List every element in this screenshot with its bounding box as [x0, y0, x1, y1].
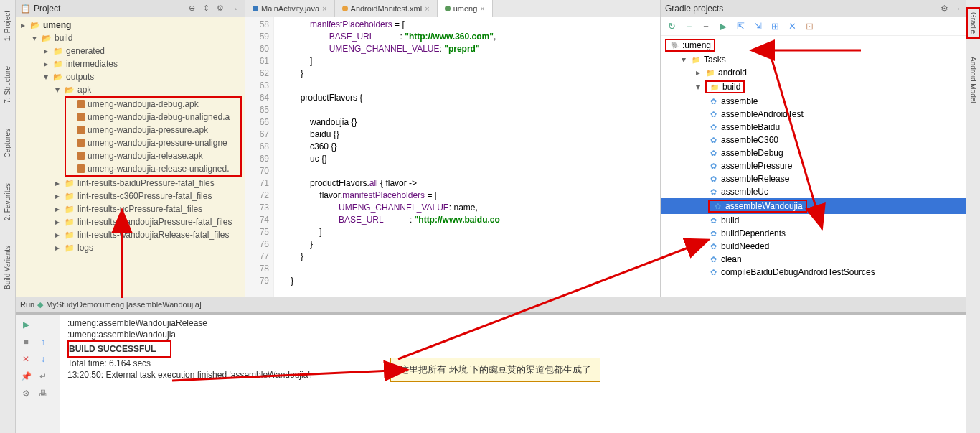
tree-root[interactable]: ▸umeng: [16, 19, 245, 32]
gradle-root[interactable]: :umeng: [661, 37, 718, 53]
target-icon[interactable]: ⊕: [186, 3, 197, 14]
gradle-tree[interactable]: :umeng ▾Tasks ▸android ▾build assembleas…: [661, 36, 966, 297]
tab-mainactivity[interactable]: MainActivity.java×: [245, 0, 335, 17]
tab-project-side[interactable]: 1: Project: [2, 7, 13, 45]
close-icon[interactable]: ×: [322, 4, 326, 13]
settings-icon[interactable]: ⊡: [803, 20, 816, 33]
gradle-category-android[interactable]: ▸android: [661, 66, 966, 79]
apk-file[interactable]: umeng-wandoujia-debug.apk: [66, 98, 240, 111]
editor-body[interactable]: 5859606162636465666768697071727374757677…: [245, 17, 660, 297]
refresh-icon[interactable]: ↻: [665, 20, 678, 33]
console-output[interactable]: :umeng:assembleWandoujiaRelease :umeng:a…: [60, 315, 966, 433]
gradle-task-assembleAndroidTest[interactable]: assembleAndroidTest: [661, 108, 966, 121]
lint-dir[interactable]: ▸lint-results-baiduPressure-fatal_files: [16, 177, 245, 190]
gutter[interactable]: 5859606162636465666768697071727374757677…: [245, 17, 274, 297]
build-success: BUILD SUCCESSFUL: [67, 340, 171, 358]
run-title-bar: Run ◆ MyStudyDemo:umeng [assembleWandouj…: [16, 297, 966, 312]
tab-android-model-side[interactable]: Android Model: [968, 53, 979, 106]
tab-manifest[interactable]: AndroidManifest.xml×: [335, 0, 438, 17]
gradle-tasks-group[interactable]: ▾Tasks: [661, 53, 966, 66]
gear-icon[interactable]: ⚙: [215, 3, 226, 14]
gradle-category-build[interactable]: ▾build: [661, 79, 966, 95]
gradle-title: Gradle projects: [665, 4, 941, 14]
gear-icon: [708, 161, 718, 171]
expand-icon[interactable]: ⇱: [734, 20, 747, 33]
tree-outputs[interactable]: ▾outputs: [16, 70, 245, 83]
close-icon[interactable]: ×: [480, 4, 484, 13]
gradle-task-assemblePressure[interactable]: assemblePressure: [661, 159, 966, 172]
down-icon[interactable]: ↓: [36, 352, 50, 366]
print-icon[interactable]: 🖶: [36, 386, 50, 401]
lint-dir[interactable]: ▸lint-results-wandoujiaRelease-fatal_fil…: [16, 228, 245, 241]
gradle-task-assembleDebug[interactable]: assembleDebug: [661, 146, 966, 159]
tree-apk[interactable]: ▾apk: [16, 83, 245, 96]
gradle-task-assembleWandoujia[interactable]: assembleWandoujia: [661, 198, 966, 214]
apk-file[interactable]: umeng-wandoujia-pressure.apk: [66, 124, 240, 136]
run-tool-window: ▶ ■↑ ✕↓ 📌↵ ⚙🖶 :umeng:assembleWandoujiaRe…: [16, 312, 966, 433]
folder-icon: [65, 191, 75, 201]
cog-icon[interactable]: ⊞: [768, 20, 781, 33]
gear-icon: [708, 122, 718, 132]
gradle-task-assembleRelease[interactable]: assembleRelease: [661, 172, 966, 185]
editor-area: MainActivity.java× AndroidManifest.xml× …: [245, 0, 660, 297]
elephant-icon: [669, 40, 679, 50]
apk-file[interactable]: umeng-wandoujia-release-unaligned.: [66, 162, 240, 175]
tab-gradle-side[interactable]: Gradle: [966, 7, 980, 39]
gradle-icon: [445, 6, 451, 11]
gradle-task-assembleBaidu[interactable]: assembleBaidu: [661, 121, 966, 134]
apk-file[interactable]: umeng-wandoujia-pressure-unaligne: [66, 136, 240, 149]
console-line: :umeng:assembleWandoujia: [67, 329, 958, 340]
gradle-task-buildDependents[interactable]: buildDependents: [661, 227, 966, 240]
rerun-icon[interactable]: ▶: [19, 317, 33, 332]
tab-favorites-side[interactable]: 2: Favorites: [2, 180, 13, 224]
tab-umeng[interactable]: umeng×: [438, 0, 493, 17]
close-icon[interactable]: ×: [425, 4, 429, 13]
apk-file[interactable]: umeng-wandoujia-release.apk: [66, 149, 240, 162]
gear-icon: [708, 267, 718, 277]
apk-file[interactable]: umeng-wandoujia-debug-unaligned.a: [66, 111, 240, 124]
tree-build[interactable]: ▾build: [16, 32, 245, 45]
close-icon[interactable]: ✕: [19, 352, 33, 366]
run-icon[interactable]: ▶: [717, 20, 730, 33]
wrap-icon[interactable]: ↵: [36, 369, 50, 383]
stop-icon[interactable]: ■: [19, 335, 33, 349]
hide-icon[interactable]: →: [953, 4, 961, 14]
gradle-task-assembleC360[interactable]: assembleC360: [661, 134, 966, 146]
pin-icon[interactable]: 📌: [19, 369, 33, 383]
gradle-task-compileBaiduDebugAndroidTestSources[interactable]: compileBaiduDebugAndroidTestSources: [661, 266, 966, 279]
tree-intermediates[interactable]: ▸intermediates: [16, 57, 245, 70]
apk-icon: [77, 113, 85, 121]
folder-icon: [53, 59, 63, 69]
collapse-icon[interactable]: ⇲: [751, 20, 764, 33]
tab-captures-side[interactable]: Captures: [2, 125, 13, 162]
tab-structure-side[interactable]: 7: Structure: [2, 62, 13, 107]
folder-icon: [65, 230, 75, 240]
gradle-task-clean[interactable]: clean: [661, 253, 966, 266]
collapse-icon[interactable]: ⇕: [200, 3, 212, 14]
attach-icon[interactable]: ＋: [682, 20, 695, 33]
tree-generated[interactable]: ▸generated: [16, 45, 245, 57]
folder-icon: [65, 204, 75, 214]
code-area[interactable]: manifestPlaceholders = [ BASE_URL : "htt…: [274, 17, 660, 297]
folder-icon: [53, 46, 63, 56]
apk-icon: [77, 139, 85, 147]
lint-dir[interactable]: ▸lint-results-c360Pressure-fatal_files: [16, 190, 245, 202]
lint-dir[interactable]: ▸lint-results-wandoujiaPressure-fatal_fi…: [16, 215, 245, 228]
gradle-task-buildNeeded[interactable]: buildNeeded: [661, 240, 966, 253]
detach-icon[interactable]: −: [699, 20, 712, 33]
annotation-callout: 这里把所有 环境 下的豌豆荚的渠道包都生成了: [390, 358, 600, 382]
gradle-task-assembleUc[interactable]: assembleUc: [661, 185, 966, 198]
tree-logs[interactable]: ▸logs: [16, 241, 245, 254]
gear-icon: [708, 135, 718, 145]
gradle-task-build[interactable]: build: [661, 214, 966, 227]
up-icon[interactable]: ↑: [36, 335, 50, 349]
hide-icon[interactable]: →: [229, 3, 240, 14]
settings-icon[interactable]: ⚙: [19, 386, 33, 401]
tab-build-variants-side[interactable]: Build Variants: [2, 242, 13, 293]
apk-icon: [77, 164, 85, 173]
gear-icon[interactable]: ⚙: [941, 4, 948, 14]
lint-dir[interactable]: ▸lint-results-ucPressure-fatal_files: [16, 202, 245, 215]
gradle-task-assemble[interactable]: assemble: [661, 95, 966, 108]
project-tree[interactable]: ▸umeng ▾build ▸generated ▸intermediates …: [16, 17, 245, 297]
offline-icon[interactable]: ✕: [786, 20, 798, 33]
